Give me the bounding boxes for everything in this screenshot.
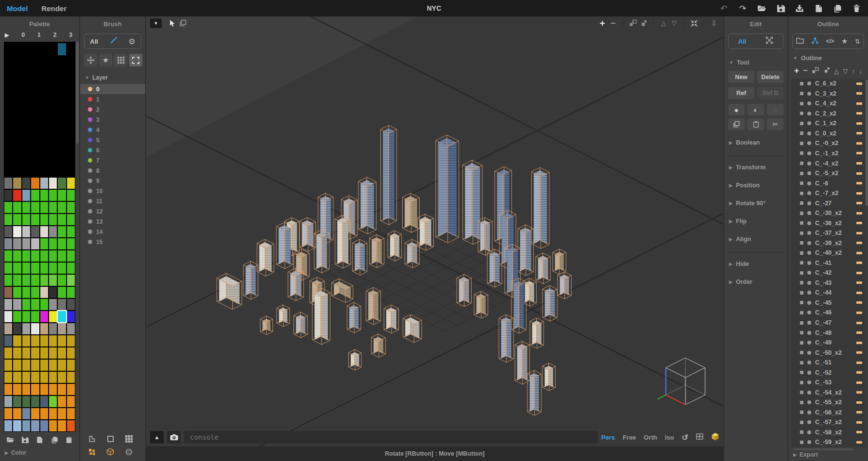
palette-swatch[interactable] [57, 420, 66, 432]
palette-swatch[interactable] [22, 286, 31, 298]
ungroup-icon[interactable] [823, 67, 830, 75]
palette-swatch[interactable] [40, 189, 49, 201]
move-tool-button[interactable] [84, 54, 97, 66]
remove-object-icon[interactable]: − [608, 18, 618, 28]
lower-triangle-icon[interactable]: ▽ [843, 67, 848, 75]
palette-swatch[interactable] [49, 323, 57, 335]
palette-swatch[interactable] [57, 238, 66, 250]
palette-swatch[interactable] [40, 298, 49, 311]
palette-swatch[interactable] [40, 335, 49, 347]
palette-swatch[interactable] [67, 395, 75, 408]
view-mode-pers[interactable]: Pers [601, 434, 615, 441]
palette-swatch[interactable] [22, 189, 31, 201]
palette-swatch[interactable] [13, 286, 21, 298]
palette-play-icon[interactable]: ▶ [5, 32, 9, 38]
palette-swatch[interactable] [67, 359, 75, 371]
layer-row[interactable]: 6 [80, 145, 145, 155]
palette-swatch[interactable] [13, 371, 21, 383]
palette-swatch[interactable] [4, 347, 13, 359]
palette-swatch[interactable] [22, 262, 31, 274]
brush-icon[interactable] [109, 36, 118, 47]
add-object-icon[interactable]: + [597, 18, 608, 28]
palette-swatch[interactable] [22, 201, 31, 214]
palette-swatch[interactable] [40, 226, 49, 238]
palette-swatch[interactable] [40, 347, 49, 359]
brush-settings-gear-icon[interactable]: ⚙ [128, 37, 135, 46]
palette-swatch[interactable] [4, 395, 13, 408]
palette-swatch[interactable] [13, 395, 21, 408]
palette-swatch[interactable] [13, 214, 21, 226]
console-expand-button[interactable]: ▲ [150, 431, 164, 444]
sort-icon[interactable]: ⇅ [855, 38, 860, 45]
palette-swatch[interactable] [49, 238, 57, 250]
layer-row[interactable]: 12 [80, 206, 145, 216]
palette-swatch[interactable] [4, 408, 13, 420]
palette-swatch[interactable] [22, 177, 31, 189]
palette-swatch[interactable] [57, 395, 66, 408]
layer-row[interactable]: 5 [80, 135, 145, 145]
palette-swatch[interactable] [4, 274, 13, 286]
reset-view-icon[interactable]: ↺ [682, 433, 688, 442]
palette-new-icon[interactable] [35, 435, 44, 444]
outline-item[interactable]: C_-1_x2 [791, 148, 867, 159]
palette-swatch[interactable] [57, 335, 66, 347]
outline-item[interactable]: C_-50_x2 [791, 347, 867, 358]
outline-item[interactable]: C_-40_x2 [791, 248, 867, 258]
half-circle-icon[interactable]: ◐ [748, 104, 764, 115]
palette-swatch[interactable] [40, 408, 49, 420]
layer-row[interactable]: 9 [80, 176, 145, 186]
palette-swatch[interactable] [57, 383, 66, 395]
palette-swatch[interactable] [40, 177, 49, 189]
palette-swatch[interactable] [31, 250, 39, 262]
palette-swatch[interactable] [49, 274, 57, 286]
select-cursor-icon[interactable] [167, 18, 177, 28]
edit-section-position[interactable]: ▶ Position [724, 174, 787, 192]
building[interactable] [243, 261, 258, 299]
palette-save-icon[interactable] [20, 435, 29, 444]
export-section[interactable]: ▶ Export [793, 451, 818, 458]
palette-swatch[interactable] [49, 250, 57, 262]
edit-section-hide[interactable]: ▶ Hide [724, 254, 787, 271]
layer-row[interactable]: 11 [80, 196, 145, 206]
building[interactable] [543, 285, 557, 321]
palette-swatch[interactable] [49, 286, 57, 298]
fill-circle-icon[interactable]: ● [728, 104, 745, 115]
edit-section-flip[interactable]: ▶ Flip [724, 210, 787, 228]
outline-item[interactable]: C_-48 [791, 328, 867, 338]
merge-down-icon[interactable] [638, 18, 649, 28]
outline-item[interactable]: C_-59_x2 [791, 437, 867, 447]
outline-item[interactable]: C_-45 [791, 298, 867, 308]
duplicate-icon[interactable] [833, 3, 842, 13]
palette-swatch[interactable] [22, 298, 31, 311]
layer-row[interactable]: 4 [80, 125, 145, 135]
palette-swatch[interactable] [67, 262, 75, 274]
palette-swatch[interactable] [31, 359, 39, 371]
palette-swatch[interactable] [13, 189, 21, 201]
palette-swatch[interactable] [22, 383, 31, 395]
building[interactable] [531, 167, 549, 248]
palette-swatch[interactable] [22, 274, 31, 286]
palette-swatch[interactable] [4, 226, 13, 238]
building[interactable] [358, 177, 376, 234]
palette-swatch[interactable] [57, 298, 66, 311]
export-icon[interactable] [795, 3, 804, 13]
palette-swatch[interactable] [40, 371, 49, 383]
palette-swatch[interactable] [13, 201, 21, 214]
building[interactable] [499, 314, 513, 362]
palette-swatch[interactable] [31, 238, 39, 250]
palette-swatch[interactable] [31, 189, 39, 201]
brush-all-button[interactable]: All [90, 38, 98, 45]
palette-swatch[interactable] [13, 335, 21, 347]
outline-item[interactable]: C_-46 [791, 308, 867, 318]
building[interactable] [353, 239, 367, 275]
palette-swatch[interactable] [57, 177, 66, 189]
palette-swatch[interactable] [31, 274, 39, 286]
palette-swatch[interactable] [22, 371, 31, 383]
edit-section-tool[interactable]: ▼ Tool [724, 55, 787, 69]
palette-swatch[interactable] [57, 311, 66, 323]
dashed-circle-icon[interactable]: ◌ [767, 104, 783, 115]
outline-item[interactable]: C_-43 [791, 278, 867, 288]
edit-section-align[interactable]: ▶ Align [724, 228, 787, 246]
building[interactable] [478, 217, 492, 255]
outline-item[interactable]: C_-6 [791, 178, 867, 188]
